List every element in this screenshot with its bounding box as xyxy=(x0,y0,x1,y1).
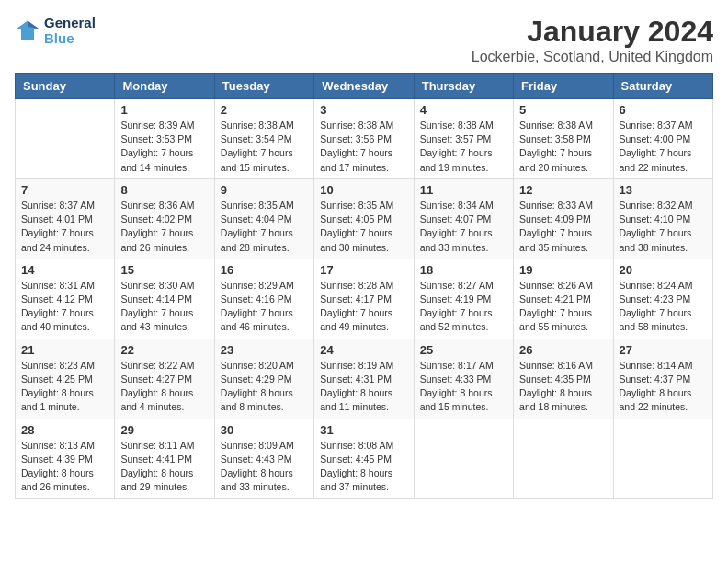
day-cell: 18Sunrise: 8:27 AM Sunset: 4:19 PM Dayli… xyxy=(414,259,513,339)
day-number: 5 xyxy=(519,103,607,117)
day-cell: 30Sunrise: 8:09 AM Sunset: 4:43 PM Dayli… xyxy=(214,419,313,499)
day-info: Sunrise: 8:22 AM Sunset: 4:27 PM Dayligh… xyxy=(120,359,208,415)
day-info: Sunrise: 8:24 AM Sunset: 4:23 PM Dayligh… xyxy=(620,279,707,335)
day-number: 22 xyxy=(120,343,208,357)
day-cell: 19Sunrise: 8:26 AM Sunset: 4:21 PM Dayli… xyxy=(514,259,613,339)
day-cell: 21Sunrise: 8:23 AM Sunset: 4:25 PM Dayli… xyxy=(16,339,115,419)
day-info: Sunrise: 8:19 AM Sunset: 4:31 PM Dayligh… xyxy=(320,359,407,415)
day-cell: 31Sunrise: 8:08 AM Sunset: 4:45 PM Dayli… xyxy=(314,419,414,499)
day-number: 16 xyxy=(221,263,308,277)
day-number: 31 xyxy=(320,423,407,437)
day-number: 8 xyxy=(120,183,208,197)
day-number: 24 xyxy=(320,343,407,357)
day-info: Sunrise: 8:38 AM Sunset: 3:57 PM Dayligh… xyxy=(420,119,507,175)
day-number: 29 xyxy=(120,423,208,437)
day-number: 18 xyxy=(420,263,507,277)
day-cell: 1Sunrise: 8:39 AM Sunset: 3:53 PM Daylig… xyxy=(115,99,214,179)
day-number: 26 xyxy=(519,343,607,357)
day-number: 7 xyxy=(21,183,108,197)
day-cell: 10Sunrise: 8:35 AM Sunset: 4:05 PM Dayli… xyxy=(314,178,414,259)
day-cell xyxy=(414,419,513,499)
day-info: Sunrise: 8:28 AM Sunset: 4:17 PM Dayligh… xyxy=(320,279,407,335)
day-info: Sunrise: 8:37 AM Sunset: 4:01 PM Dayligh… xyxy=(21,199,108,255)
weekday-header-row: SundayMondayTuesdayWednesdayThursdayFrid… xyxy=(16,74,713,99)
weekday-header-friday: Friday xyxy=(514,74,613,99)
day-info: Sunrise: 8:36 AM Sunset: 4:02 PM Dayligh… xyxy=(120,199,208,255)
week-row-5: 28Sunrise: 8:13 AM Sunset: 4:39 PM Dayli… xyxy=(16,419,713,499)
day-cell: 29Sunrise: 8:11 AM Sunset: 4:41 PM Dayli… xyxy=(115,419,214,499)
weekday-header-wednesday: Wednesday xyxy=(314,74,414,99)
day-number: 1 xyxy=(120,103,208,117)
day-number: 12 xyxy=(519,183,607,197)
day-info: Sunrise: 8:30 AM Sunset: 4:14 PM Dayligh… xyxy=(120,279,208,335)
day-info: Sunrise: 8:09 AM Sunset: 4:43 PM Dayligh… xyxy=(221,439,308,495)
week-row-4: 21Sunrise: 8:23 AM Sunset: 4:25 PM Dayli… xyxy=(16,339,713,419)
day-cell: 24Sunrise: 8:19 AM Sunset: 4:31 PM Dayli… xyxy=(314,339,414,419)
day-cell xyxy=(514,419,613,499)
day-info: Sunrise: 8:08 AM Sunset: 4:45 PM Dayligh… xyxy=(320,439,407,495)
logo-text: General Blue xyxy=(44,15,96,46)
day-number: 23 xyxy=(221,343,308,357)
day-cell: 23Sunrise: 8:20 AM Sunset: 4:29 PM Dayli… xyxy=(214,339,313,419)
day-cell: 9Sunrise: 8:35 AM Sunset: 4:04 PM Daylig… xyxy=(214,178,313,259)
day-info: Sunrise: 8:38 AM Sunset: 3:58 PM Dayligh… xyxy=(519,119,607,175)
day-cell: 14Sunrise: 8:31 AM Sunset: 4:12 PM Dayli… xyxy=(16,259,115,339)
calendar-table: SundayMondayTuesdayWednesdayThursdayFrid… xyxy=(15,73,713,499)
day-number: 21 xyxy=(21,343,108,357)
day-number: 17 xyxy=(320,263,407,277)
day-cell xyxy=(613,419,712,499)
day-number: 20 xyxy=(620,263,707,277)
day-info: Sunrise: 8:27 AM Sunset: 4:19 PM Dayligh… xyxy=(420,279,507,335)
logo: General Blue xyxy=(15,15,96,46)
day-cell: 20Sunrise: 8:24 AM Sunset: 4:23 PM Dayli… xyxy=(613,259,712,339)
day-cell: 3Sunrise: 8:38 AM Sunset: 3:56 PM Daylig… xyxy=(314,99,414,179)
day-cell: 6Sunrise: 8:37 AM Sunset: 4:00 PM Daylig… xyxy=(613,99,712,179)
day-cell: 27Sunrise: 8:14 AM Sunset: 4:37 PM Dayli… xyxy=(613,339,712,419)
day-cell: 7Sunrise: 8:37 AM Sunset: 4:01 PM Daylig… xyxy=(16,178,115,259)
week-row-2: 7Sunrise: 8:37 AM Sunset: 4:01 PM Daylig… xyxy=(16,178,713,259)
day-cell: 4Sunrise: 8:38 AM Sunset: 3:57 PM Daylig… xyxy=(414,99,513,179)
day-info: Sunrise: 8:20 AM Sunset: 4:29 PM Dayligh… xyxy=(221,359,308,415)
day-number: 28 xyxy=(21,423,108,437)
day-info: Sunrise: 8:23 AM Sunset: 4:25 PM Dayligh… xyxy=(21,359,108,415)
day-info: Sunrise: 8:34 AM Sunset: 4:07 PM Dayligh… xyxy=(420,199,507,255)
day-info: Sunrise: 8:37 AM Sunset: 4:00 PM Dayligh… xyxy=(620,119,707,175)
day-info: Sunrise: 8:35 AM Sunset: 4:04 PM Dayligh… xyxy=(221,199,308,255)
day-number: 14 xyxy=(21,263,108,277)
day-info: Sunrise: 8:29 AM Sunset: 4:16 PM Dayligh… xyxy=(221,279,308,335)
day-cell: 8Sunrise: 8:36 AM Sunset: 4:02 PM Daylig… xyxy=(115,178,214,259)
day-cell: 5Sunrise: 8:38 AM Sunset: 3:58 PM Daylig… xyxy=(514,99,613,179)
title-area: January 2024 Lockerbie, Scotland, United… xyxy=(472,15,713,65)
weekday-header-sunday: Sunday xyxy=(16,74,115,99)
day-cell: 13Sunrise: 8:32 AM Sunset: 4:10 PM Dayli… xyxy=(613,178,712,259)
day-number: 25 xyxy=(420,343,507,357)
day-number: 27 xyxy=(620,343,707,357)
day-info: Sunrise: 8:32 AM Sunset: 4:10 PM Dayligh… xyxy=(620,199,707,255)
day-number: 4 xyxy=(420,103,507,117)
day-number: 19 xyxy=(519,263,607,277)
day-number: 6 xyxy=(620,103,707,117)
day-cell: 25Sunrise: 8:17 AM Sunset: 4:33 PM Dayli… xyxy=(414,339,513,419)
day-cell: 26Sunrise: 8:16 AM Sunset: 4:35 PM Dayli… xyxy=(514,339,613,419)
page-header: General Blue January 2024 Lockerbie, Sco… xyxy=(15,15,713,65)
day-cell: 28Sunrise: 8:13 AM Sunset: 4:39 PM Dayli… xyxy=(16,419,115,499)
day-cell: 12Sunrise: 8:33 AM Sunset: 4:09 PM Dayli… xyxy=(514,178,613,259)
day-info: Sunrise: 8:16 AM Sunset: 4:35 PM Dayligh… xyxy=(519,359,607,415)
calendar-subtitle: Lockerbie, Scotland, United Kingdom xyxy=(472,49,713,65)
day-info: Sunrise: 8:39 AM Sunset: 3:53 PM Dayligh… xyxy=(120,119,208,175)
day-number: 15 xyxy=(120,263,208,277)
day-info: Sunrise: 8:17 AM Sunset: 4:33 PM Dayligh… xyxy=(420,359,507,415)
day-number: 11 xyxy=(420,183,507,197)
day-cell: 22Sunrise: 8:22 AM Sunset: 4:27 PM Dayli… xyxy=(115,339,214,419)
day-cell: 2Sunrise: 8:38 AM Sunset: 3:54 PM Daylig… xyxy=(214,99,313,179)
day-number: 13 xyxy=(620,183,707,197)
day-cell: 16Sunrise: 8:29 AM Sunset: 4:16 PM Dayli… xyxy=(214,259,313,339)
logo-icon xyxy=(15,17,40,43)
weekday-header-tuesday: Tuesday xyxy=(214,74,313,99)
day-info: Sunrise: 8:31 AM Sunset: 4:12 PM Dayligh… xyxy=(21,279,108,335)
day-number: 10 xyxy=(320,183,407,197)
calendar-title: January 2024 xyxy=(472,15,713,49)
weekday-header-monday: Monday xyxy=(115,74,214,99)
day-info: Sunrise: 8:13 AM Sunset: 4:39 PM Dayligh… xyxy=(21,439,108,495)
day-cell: 11Sunrise: 8:34 AM Sunset: 4:07 PM Dayli… xyxy=(414,178,513,259)
